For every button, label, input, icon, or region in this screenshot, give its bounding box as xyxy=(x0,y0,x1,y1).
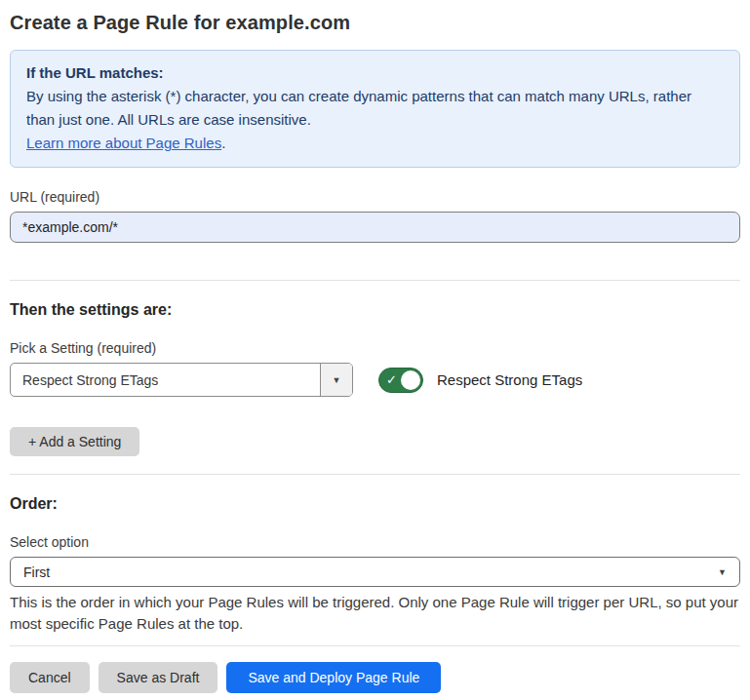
settings-section-heading: Then the settings are: xyxy=(10,300,740,320)
info-box-link-line: Learn more about Page Rules. xyxy=(26,132,724,155)
link-period: . xyxy=(221,135,225,151)
section-divider xyxy=(10,280,740,281)
add-setting-button[interactable]: + Add a Setting xyxy=(10,427,139,456)
page-title: Create a Page Rule for example.com xyxy=(10,12,740,34)
order-select-label: Select option xyxy=(10,533,740,551)
setting-toggle[interactable]: ✓ xyxy=(378,368,423,393)
setting-dropdown-value: Respect Strong ETags xyxy=(11,364,320,396)
url-input[interactable] xyxy=(10,212,740,243)
order-help-text: This is the order in which your Page Rul… xyxy=(10,592,739,635)
setting-toggle-label: Respect Strong ETags xyxy=(437,371,582,388)
toggle-knob xyxy=(401,370,420,390)
save-and-deploy-button[interactable]: Save and Deploy Page Rule xyxy=(226,662,441,693)
cancel-button[interactable]: Cancel xyxy=(10,662,90,693)
footer-divider xyxy=(10,645,740,646)
setting-dropdown[interactable]: Respect Strong ETags ▼ xyxy=(10,363,353,397)
chevron-down-icon[interactable]: ▼ xyxy=(320,364,352,396)
info-box-body: By using the asterisk (*) character, you… xyxy=(26,85,724,132)
url-field-label: URL (required) xyxy=(10,188,740,206)
setting-row: Respect Strong ETags ▼ ✓ Respect Strong … xyxy=(10,363,740,397)
section-divider xyxy=(10,474,740,475)
info-box-heading: If the URL matches: xyxy=(26,61,724,85)
order-select[interactable]: First ▼ xyxy=(10,557,740,587)
order-select-value: First xyxy=(23,564,50,580)
save-as-draft-button[interactable]: Save as Draft xyxy=(99,662,218,693)
order-section-heading: Order: xyxy=(10,494,740,514)
url-match-info-box: If the URL matches: By using the asteris… xyxy=(10,50,740,168)
chevron-down-icon: ▼ xyxy=(718,567,727,577)
pick-setting-label: Pick a Setting (required) xyxy=(10,339,740,357)
learn-more-link[interactable]: Learn more about Page Rules xyxy=(26,135,221,151)
footer-actions: Cancel Save as Draft Save and Deploy Pag… xyxy=(10,662,740,693)
check-icon: ✓ xyxy=(386,373,397,386)
